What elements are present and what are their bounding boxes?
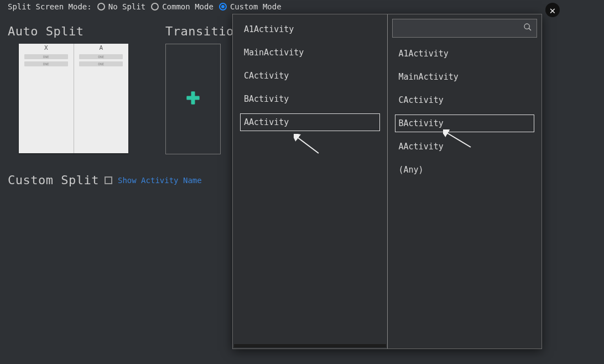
- auto-split-heading: Auto Split: [8, 24, 143, 38]
- list-item[interactable]: BActivity: [233, 87, 387, 111]
- split-mode-row: Split Screen Mode: No Split Common Mode …: [0, 0, 604, 13]
- radio-label: Custom Mode: [230, 2, 282, 11]
- list-item[interactable]: A1Activity: [233, 18, 387, 41]
- list-item[interactable]: (Any): [388, 158, 542, 181]
- show-activity-checkbox[interactable]: [105, 176, 112, 184]
- activity-picker-modal: A1ActivityMainActivityCActivityBActivity…: [232, 14, 542, 349]
- close-icon: ✕: [550, 4, 556, 16]
- auto-split-preview[interactable]: X ONE ONE A ONE ONE: [19, 44, 128, 153]
- add-transition-card[interactable]: [165, 44, 221, 154]
- preview-bar: ONE: [79, 61, 123, 66]
- radio-custom-mode[interactable]: Custom Mode: [219, 2, 282, 11]
- svg-line-4: [529, 28, 531, 30]
- plus-icon: [185, 90, 201, 108]
- radio-icon: [151, 3, 159, 11]
- list-item[interactable]: BActivity: [392, 112, 538, 135]
- activity-search-row: [392, 19, 538, 38]
- radio-icon: [219, 3, 227, 11]
- scrollbar-track[interactable]: [234, 344, 386, 347]
- list-item[interactable]: A1Activity: [388, 42, 542, 65]
- preview-bar: ONE: [79, 54, 123, 59]
- svg-point-3: [524, 24, 529, 29]
- list-item[interactable]: MainActivity: [388, 65, 542, 89]
- preview-right: A ONE ONE: [74, 44, 129, 153]
- split-mode-label: Split Screen Mode:: [8, 2, 92, 11]
- custom-split-heading: Custom Split: [8, 173, 99, 187]
- activity-list-right[interactable]: A1ActivityMainActivityCActivityBActivity…: [388, 39, 542, 349]
- list-item[interactable]: MainActivity: [233, 41, 387, 64]
- list-item[interactable]: CActivity: [388, 89, 542, 112]
- radio-label: No Split: [108, 2, 145, 11]
- list-item[interactable]: AActivity: [237, 111, 383, 134]
- radio-no-split[interactable]: No Split: [97, 2, 145, 11]
- activity-search-input[interactable]: [397, 24, 524, 33]
- preview-left: X ONE ONE: [19, 44, 74, 153]
- activity-list-left-column: A1ActivityMainActivityCActivityBActivity…: [233, 14, 388, 349]
- list-item[interactable]: AActivity: [388, 135, 542, 158]
- transition-heading: Transition: [165, 24, 237, 38]
- activity-list-left[interactable]: A1ActivityMainActivityCActivityBActivity…: [233, 14, 387, 344]
- radio-label: Common Mode: [162, 2, 214, 11]
- show-activity-name-link[interactable]: Show Activity Name: [118, 176, 202, 185]
- preview-bar: ONE: [24, 54, 68, 59]
- radio-icon: [97, 3, 105, 11]
- list-item[interactable]: CActivity: [233, 64, 387, 87]
- activity-list-right-column: A1ActivityMainActivityCActivityBActivity…: [388, 14, 542, 349]
- preview-left-header: X: [19, 44, 74, 52]
- radio-common-mode[interactable]: Common Mode: [151, 2, 214, 11]
- svg-rect-1: [186, 96, 199, 100]
- search-icon: [523, 23, 532, 34]
- close-button[interactable]: ✕: [545, 3, 560, 17]
- preview-bar: ONE: [24, 61, 68, 66]
- preview-right-header: A: [74, 44, 129, 52]
